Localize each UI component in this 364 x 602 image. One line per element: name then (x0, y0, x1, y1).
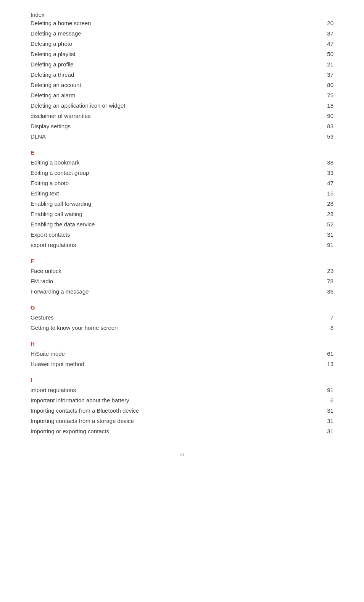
index-entry: HiSuite mode61 (31, 349, 333, 359)
entry-label: Deleting a message (31, 30, 81, 37)
entry-page: 31 (322, 231, 333, 238)
entry-page: 33 (322, 169, 333, 176)
entry-page: 50 (322, 51, 333, 57)
index-entry: export regulations91 (31, 240, 333, 250)
entry-label: Enabling call forwarding (31, 200, 91, 207)
index-entry: Deleting a playlist50 (31, 49, 333, 59)
page-footer: iii (31, 452, 333, 457)
index-entry: Gestures7 (31, 312, 333, 323)
entry-page: 31 (322, 428, 333, 434)
entry-label: Editing text (31, 190, 59, 197)
entry-page: 28 (322, 200, 333, 207)
entry-page: 83 (322, 123, 333, 129)
entry-label: Importing contacts from a Bluetooth devi… (31, 407, 139, 414)
entry-label: Enabling call waiting (31, 211, 82, 217)
entry-label: import regulations (31, 387, 76, 393)
entry-page: 18 (322, 102, 333, 109)
entry-page: 36 (322, 288, 333, 295)
entry-page: 8 (322, 324, 333, 331)
entry-page: 20 (322, 20, 333, 26)
index-entry: Getting to know your home screen8 (31, 323, 333, 333)
entry-page: 21 (322, 61, 333, 68)
entry-label: disclaimer of warranties (31, 113, 91, 119)
entry-label: Export contacts (31, 231, 70, 238)
entry-label: Deleting a profile (31, 61, 74, 68)
entry-page: 31 (322, 407, 333, 414)
index-entry: Editing a bookmark38 (31, 157, 333, 168)
entry-page: 78 (322, 278, 333, 284)
entry-page: 13 (322, 361, 333, 367)
entry-page: 31 (322, 418, 333, 424)
index-entry: Huawei input method13 (31, 359, 333, 369)
index-entry: FM radio78 (31, 276, 333, 286)
header-title: Index (31, 11, 45, 18)
section-letter: H (31, 341, 333, 347)
index-entry: Editing a photo47 (31, 178, 333, 188)
entry-label: Deleting a home screen (31, 20, 91, 26)
entry-label: Getting to know your home screen (31, 324, 118, 331)
entry-page: 7 (322, 314, 333, 321)
entry-page: 23 (322, 268, 333, 274)
section-group: HHiSuite mode61Huawei input method13 (31, 341, 333, 369)
index-entry: Deleting a home screen20 (31, 18, 333, 28)
entry-page: 6 (322, 397, 333, 403)
entry-label: Deleting an alarm (31, 92, 76, 98)
entry-label: Important information about the battery (31, 397, 129, 403)
entry-label: Face unlock (31, 268, 61, 274)
entry-page: 28 (322, 211, 333, 217)
entry-page: 15 (322, 190, 333, 197)
index-entry: Forwarding a message36 (31, 286, 333, 297)
index-entry: Enabling call forwarding28 (31, 199, 333, 209)
section-letter: I (31, 377, 333, 383)
entry-label: HiSuite mode (31, 350, 65, 357)
entry-label: DLNA (31, 133, 46, 140)
entry-label: Importing contacts from a storage device (31, 418, 134, 424)
entry-label: export regulations (31, 242, 76, 248)
index-entry: Importing contacts from a storage device… (31, 416, 333, 426)
entry-page: 90 (322, 113, 333, 119)
entry-label: Deleting a playlist (31, 51, 76, 57)
entry-label: Display settings (31, 123, 71, 129)
index-entry: import regulations91 (31, 385, 333, 395)
page-header: Index (31, 11, 333, 18)
index-entry: Importing contacts from a Bluetooth devi… (31, 405, 333, 416)
entry-label: Importing or exporting contacts (31, 428, 109, 434)
index-entry: Deleting an alarm75 (31, 90, 333, 100)
section-group: FFace unlock23FM radio78Forwarding a mes… (31, 258, 333, 297)
index-content: Deleting a home screen20Deleting a messa… (31, 18, 333, 436)
entry-label: Deleting a thread (31, 71, 74, 78)
index-entry: Export contacts31 (31, 229, 333, 240)
index-entry: Enabling the data service52 (31, 219, 333, 229)
entry-page: 52 (322, 221, 333, 228)
section-group: EEditing a bookmark38Editing a contact g… (31, 149, 333, 250)
entry-page: 38 (322, 159, 333, 166)
index-entry: Editing text15 (31, 188, 333, 199)
entry-label: Forwarding a message (31, 288, 89, 295)
entry-label: Editing a bookmark (31, 159, 79, 166)
index-entry: Deleting a message37 (31, 28, 333, 39)
section-letter: G (31, 304, 333, 311)
index-entry: Display settings83 (31, 121, 333, 131)
entry-page: 91 (322, 387, 333, 393)
index-entry: Important information about the battery6 (31, 395, 333, 405)
section-group: Iimport regulations91Important informati… (31, 377, 333, 436)
page-number: iii (180, 452, 184, 457)
index-entry: Face unlock23 (31, 266, 333, 276)
entry-page: 37 (322, 71, 333, 78)
entry-page: 37 (322, 30, 333, 37)
entry-label: Deleting a photo (31, 40, 72, 47)
entry-page: 47 (322, 40, 333, 47)
index-entry: Deleting a photo47 (31, 39, 333, 49)
entry-label: FM radio (31, 278, 53, 284)
entry-label: Huawei input method (31, 361, 84, 367)
index-entry: Deleting a thread37 (31, 69, 333, 80)
index-entry: DLNA59 (31, 131, 333, 142)
index-entry: Editing a contact group33 (31, 168, 333, 178)
section-letter: F (31, 258, 333, 264)
entry-page: 75 (322, 92, 333, 98)
index-entry: disclaimer of warranties90 (31, 111, 333, 121)
entry-label: Enabling the data service (31, 221, 95, 228)
entry-page: 91 (322, 242, 333, 248)
entry-page: 47 (322, 180, 333, 186)
index-entry: Deleting an account80 (31, 80, 333, 90)
